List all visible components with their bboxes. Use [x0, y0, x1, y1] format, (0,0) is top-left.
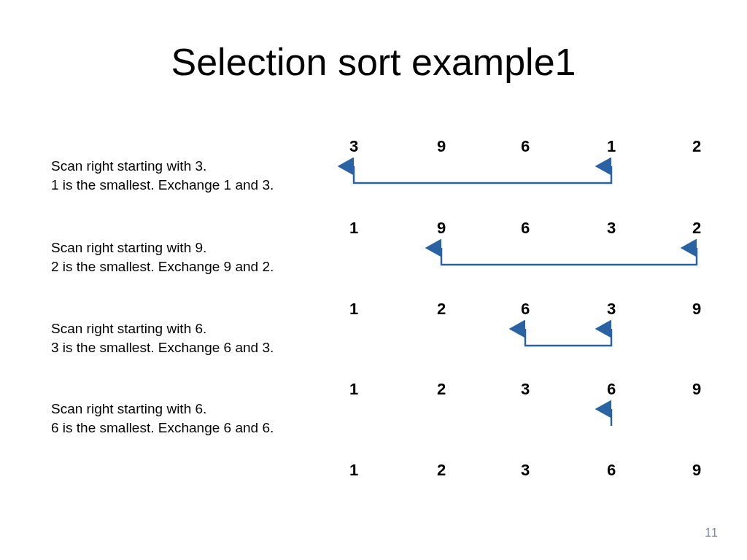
step-3-swap-arrow	[0, 318, 747, 362]
slide: Selection sort example1 Scan right start…	[0, 0, 747, 560]
array-cell: 1	[600, 137, 622, 156]
step-1-swap-arrow	[0, 155, 747, 199]
step-2-swap-arrow	[0, 237, 747, 281]
array-cell: 3	[514, 380, 536, 399]
array-cell: 3	[343, 137, 365, 156]
array-cell: 6	[600, 461, 622, 480]
array-cell: 1	[343, 461, 365, 480]
array-cell: 6	[600, 380, 622, 399]
page-number: 11	[705, 526, 718, 540]
slide-title: Selection sort example1	[0, 40, 747, 84]
array-cell: 6	[514, 300, 536, 319]
array-cell: 9	[686, 380, 708, 399]
array-cell: 3	[600, 219, 622, 238]
array-cell: 6	[514, 219, 536, 238]
array-cell: 9	[430, 219, 452, 238]
array-cell: 2	[430, 461, 452, 480]
array-cell: 9	[430, 137, 452, 156]
array-cell: 1	[343, 300, 365, 319]
array-cell: 6	[514, 137, 536, 156]
array-cell: 2	[686, 137, 708, 156]
array-cell: 3	[514, 461, 536, 480]
array-cell: 2	[686, 219, 708, 238]
array-cell: 1	[343, 380, 365, 399]
array-cell: 1	[343, 219, 365, 238]
step-4-swap-arrow	[0, 398, 747, 442]
array-cell: 2	[430, 300, 452, 319]
array-cell: 3	[600, 300, 622, 319]
array-cell: 2	[430, 380, 452, 399]
array-cell: 9	[686, 300, 708, 319]
array-cell: 9	[686, 461, 708, 480]
